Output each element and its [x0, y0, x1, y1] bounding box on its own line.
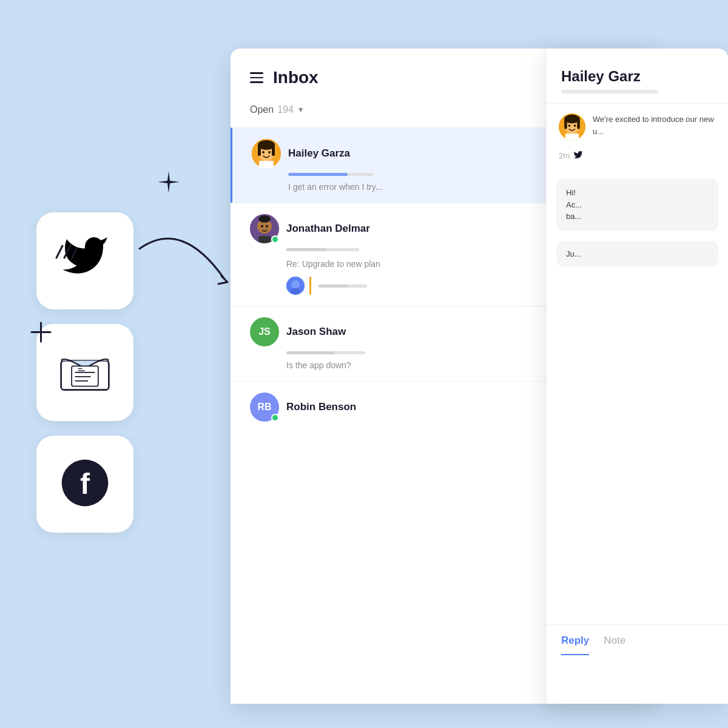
sub-avatar-jonathan — [286, 277, 305, 295]
message-bubble-2: Ju... — [556, 241, 718, 267]
twitter-icon — [61, 231, 109, 291]
svg-line-12 — [64, 246, 70, 258]
online-indicator-jonathan — [271, 235, 279, 243]
email-icon — [58, 350, 112, 395]
avatar-hailey — [252, 139, 281, 168]
curved-arrow — [121, 231, 243, 306]
first-message-text: We're excited to introduce our new u... — [593, 113, 716, 137]
svg-point-24 — [258, 215, 271, 223]
detail-contact-name: Hailey Garz — [561, 68, 713, 85]
svg-point-30 — [291, 288, 300, 294]
message-time-row: 2m — [547, 150, 728, 169]
detail-panel: Hailey Garz We're excited to introduce o… — [546, 49, 728, 704]
reply-area — [547, 655, 728, 704]
message-time: 2m — [559, 151, 570, 160]
svg-line-11 — [56, 246, 62, 258]
chevron-down-icon: ▼ — [297, 106, 305, 114]
svg-point-36 — [568, 124, 571, 127]
facebook-card: f — [36, 436, 133, 533]
svg-rect-38 — [565, 133, 579, 140]
inbox-title: Inbox — [273, 68, 318, 87]
slash-decoration — [53, 243, 78, 263]
detail-header: Hailey Garz — [547, 49, 728, 104]
svg-point-20 — [268, 151, 271, 153]
avatar-jason: JS — [250, 317, 279, 346]
svg-rect-34 — [564, 119, 567, 129]
svg-point-26 — [266, 225, 268, 228]
conv-name-robin: Robin Benson — [286, 401, 356, 413]
svg-point-7 — [62, 460, 109, 507]
avatar-initials-robin: RB — [257, 402, 271, 413]
svg-text:f: f — [80, 468, 90, 500]
message-list: Hi!Ac...ba... Ju... — [547, 169, 728, 624]
message-bubble-1: Hi!Ac...ba... — [556, 178, 718, 231]
svg-point-25 — [261, 225, 263, 228]
svg-rect-21 — [259, 161, 274, 168]
first-message-content: We're excited to introduce our new u... — [593, 113, 716, 137]
detail-subtitle-bar — [561, 90, 658, 93]
svg-point-37 — [574, 124, 576, 127]
svg-rect-18 — [272, 145, 275, 156]
reply-note-tabs: Reply Note — [547, 624, 728, 655]
avatar-initials-jason: JS — [258, 326, 271, 337]
detail-avatar — [559, 113, 585, 140]
facebook-icon: f — [61, 459, 109, 510]
email-card — [36, 324, 133, 421]
status-filter[interactable]: Open 194 ▼ — [250, 104, 305, 115]
conv-name-jonathan: Jonathan Delmar — [286, 223, 370, 235]
online-indicator-robin — [271, 414, 279, 422]
svg-rect-0 — [61, 361, 109, 390]
svg-rect-27 — [258, 236, 271, 243]
conv-name-jason: Jason Shaw — [286, 326, 346, 338]
svg-point-29 — [291, 280, 300, 289]
svg-rect-35 — [577, 119, 580, 129]
svg-point-19 — [262, 151, 265, 153]
status-label: Open — [250, 104, 274, 115]
svg-rect-17 — [258, 145, 261, 156]
plus-decoration — [30, 322, 52, 345]
yellow-bar — [309, 277, 311, 295]
twitter-platform-icon — [573, 150, 583, 161]
svg-rect-1 — [72, 366, 98, 386]
detail-message-header: We're excited to introduce our new u... — [547, 104, 728, 150]
menu-button[interactable] — [250, 72, 263, 83]
twitter-card — [36, 212, 133, 309]
reply-tab[interactable]: Reply — [561, 635, 589, 655]
svg-line-13 — [72, 249, 76, 258]
note-tab[interactable]: Note — [604, 635, 625, 655]
open-count: 194 — [277, 104, 294, 115]
sparkle-decoration — [157, 170, 181, 197]
conv-name-hailey: Hailey Garza — [288, 147, 350, 160]
